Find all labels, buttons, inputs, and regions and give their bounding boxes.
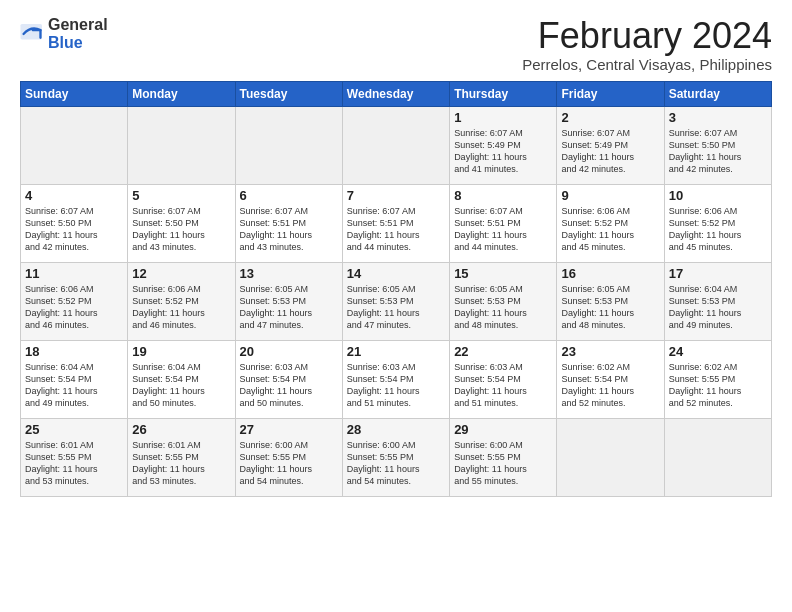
calendar-cell: 13Sunrise: 6:05 AM Sunset: 5:53 PM Dayli… (235, 262, 342, 340)
calendar-cell: 12Sunrise: 6:06 AM Sunset: 5:52 PM Dayli… (128, 262, 235, 340)
day-info: Sunrise: 6:07 AM Sunset: 5:50 PM Dayligh… (669, 127, 767, 176)
calendar-cell: 27Sunrise: 6:00 AM Sunset: 5:55 PM Dayli… (235, 418, 342, 496)
day-number: 17 (669, 266, 767, 281)
header: General Blue February 2024 Perrelos, Cen… (20, 16, 772, 73)
day-info: Sunrise: 6:04 AM Sunset: 5:53 PM Dayligh… (669, 283, 767, 332)
day-info: Sunrise: 6:02 AM Sunset: 5:54 PM Dayligh… (561, 361, 659, 410)
col-wednesday: Wednesday (342, 81, 449, 106)
day-info: Sunrise: 6:07 AM Sunset: 5:51 PM Dayligh… (240, 205, 338, 254)
calendar-cell: 10Sunrise: 6:06 AM Sunset: 5:52 PM Dayli… (664, 184, 771, 262)
day-info: Sunrise: 6:04 AM Sunset: 5:54 PM Dayligh… (132, 361, 230, 410)
calendar-cell: 7Sunrise: 6:07 AM Sunset: 5:51 PM Daylig… (342, 184, 449, 262)
calendar-cell: 20Sunrise: 6:03 AM Sunset: 5:54 PM Dayli… (235, 340, 342, 418)
day-number: 28 (347, 422, 445, 437)
week-row-4: 18Sunrise: 6:04 AM Sunset: 5:54 PM Dayli… (21, 340, 772, 418)
day-info: Sunrise: 6:03 AM Sunset: 5:54 PM Dayligh… (454, 361, 552, 410)
subtitle: Perrelos, Central Visayas, Philippines (522, 56, 772, 73)
calendar-cell: 24Sunrise: 6:02 AM Sunset: 5:55 PM Dayli… (664, 340, 771, 418)
day-number: 19 (132, 344, 230, 359)
day-info: Sunrise: 6:02 AM Sunset: 5:55 PM Dayligh… (669, 361, 767, 410)
day-number: 7 (347, 188, 445, 203)
day-number: 11 (25, 266, 123, 281)
calendar-table: Sunday Monday Tuesday Wednesday Thursday… (20, 81, 772, 497)
calendar-cell: 26Sunrise: 6:01 AM Sunset: 5:55 PM Dayli… (128, 418, 235, 496)
calendar-cell: 28Sunrise: 6:00 AM Sunset: 5:55 PM Dayli… (342, 418, 449, 496)
day-number: 8 (454, 188, 552, 203)
day-number: 6 (240, 188, 338, 203)
calendar-cell (664, 418, 771, 496)
day-number: 12 (132, 266, 230, 281)
day-number: 27 (240, 422, 338, 437)
logo-icon (20, 24, 44, 44)
day-info: Sunrise: 6:00 AM Sunset: 5:55 PM Dayligh… (240, 439, 338, 488)
day-number: 9 (561, 188, 659, 203)
calendar-header-row: Sunday Monday Tuesday Wednesday Thursday… (21, 81, 772, 106)
day-info: Sunrise: 6:01 AM Sunset: 5:55 PM Dayligh… (132, 439, 230, 488)
day-info: Sunrise: 6:07 AM Sunset: 5:49 PM Dayligh… (454, 127, 552, 176)
logo: General Blue (20, 16, 108, 52)
week-row-1: 1Sunrise: 6:07 AM Sunset: 5:49 PM Daylig… (21, 106, 772, 184)
day-info: Sunrise: 6:05 AM Sunset: 5:53 PM Dayligh… (454, 283, 552, 332)
day-number: 1 (454, 110, 552, 125)
calendar-cell: 14Sunrise: 6:05 AM Sunset: 5:53 PM Dayli… (342, 262, 449, 340)
day-info: Sunrise: 6:05 AM Sunset: 5:53 PM Dayligh… (347, 283, 445, 332)
day-number: 4 (25, 188, 123, 203)
day-number: 5 (132, 188, 230, 203)
day-info: Sunrise: 6:04 AM Sunset: 5:54 PM Dayligh… (25, 361, 123, 410)
day-info: Sunrise: 6:05 AM Sunset: 5:53 PM Dayligh… (561, 283, 659, 332)
svg-rect-0 (20, 24, 42, 39)
day-number: 24 (669, 344, 767, 359)
calendar-cell (235, 106, 342, 184)
calendar-cell: 11Sunrise: 6:06 AM Sunset: 5:52 PM Dayli… (21, 262, 128, 340)
week-row-2: 4Sunrise: 6:07 AM Sunset: 5:50 PM Daylig… (21, 184, 772, 262)
day-number: 2 (561, 110, 659, 125)
calendar-cell: 15Sunrise: 6:05 AM Sunset: 5:53 PM Dayli… (450, 262, 557, 340)
day-number: 13 (240, 266, 338, 281)
logo-general-text: General (48, 16, 108, 33)
day-info: Sunrise: 6:07 AM Sunset: 5:51 PM Dayligh… (454, 205, 552, 254)
day-info: Sunrise: 6:06 AM Sunset: 5:52 PM Dayligh… (561, 205, 659, 254)
calendar-cell (128, 106, 235, 184)
day-info: Sunrise: 6:06 AM Sunset: 5:52 PM Dayligh… (132, 283, 230, 332)
day-number: 20 (240, 344, 338, 359)
col-sunday: Sunday (21, 81, 128, 106)
calendar-cell: 9Sunrise: 6:06 AM Sunset: 5:52 PM Daylig… (557, 184, 664, 262)
calendar-cell: 29Sunrise: 6:00 AM Sunset: 5:55 PM Dayli… (450, 418, 557, 496)
day-number: 15 (454, 266, 552, 281)
calendar-cell (342, 106, 449, 184)
calendar-cell: 16Sunrise: 6:05 AM Sunset: 5:53 PM Dayli… (557, 262, 664, 340)
calendar-cell: 21Sunrise: 6:03 AM Sunset: 5:54 PM Dayli… (342, 340, 449, 418)
col-thursday: Thursday (450, 81, 557, 106)
main-title: February 2024 (522, 16, 772, 56)
calendar-cell: 18Sunrise: 6:04 AM Sunset: 5:54 PM Dayli… (21, 340, 128, 418)
col-tuesday: Tuesday (235, 81, 342, 106)
day-info: Sunrise: 6:03 AM Sunset: 5:54 PM Dayligh… (240, 361, 338, 410)
day-number: 21 (347, 344, 445, 359)
day-info: Sunrise: 6:06 AM Sunset: 5:52 PM Dayligh… (25, 283, 123, 332)
day-info: Sunrise: 6:00 AM Sunset: 5:55 PM Dayligh… (454, 439, 552, 488)
calendar-cell (557, 418, 664, 496)
page: General Blue February 2024 Perrelos, Cen… (0, 0, 792, 507)
day-info: Sunrise: 6:06 AM Sunset: 5:52 PM Dayligh… (669, 205, 767, 254)
day-number: 16 (561, 266, 659, 281)
calendar-cell: 8Sunrise: 6:07 AM Sunset: 5:51 PM Daylig… (450, 184, 557, 262)
calendar-cell: 5Sunrise: 6:07 AM Sunset: 5:50 PM Daylig… (128, 184, 235, 262)
calendar-cell: 23Sunrise: 6:02 AM Sunset: 5:54 PM Dayli… (557, 340, 664, 418)
day-info: Sunrise: 6:00 AM Sunset: 5:55 PM Dayligh… (347, 439, 445, 488)
day-number: 10 (669, 188, 767, 203)
day-info: Sunrise: 6:07 AM Sunset: 5:50 PM Dayligh… (25, 205, 123, 254)
calendar-cell: 2Sunrise: 6:07 AM Sunset: 5:49 PM Daylig… (557, 106, 664, 184)
day-number: 18 (25, 344, 123, 359)
calendar-cell: 22Sunrise: 6:03 AM Sunset: 5:54 PM Dayli… (450, 340, 557, 418)
day-number: 3 (669, 110, 767, 125)
col-friday: Friday (557, 81, 664, 106)
calendar-cell: 25Sunrise: 6:01 AM Sunset: 5:55 PM Dayli… (21, 418, 128, 496)
day-number: 29 (454, 422, 552, 437)
logo-blue-text: Blue (48, 34, 83, 51)
day-number: 22 (454, 344, 552, 359)
calendar-cell (21, 106, 128, 184)
week-row-5: 25Sunrise: 6:01 AM Sunset: 5:55 PM Dayli… (21, 418, 772, 496)
calendar-cell: 4Sunrise: 6:07 AM Sunset: 5:50 PM Daylig… (21, 184, 128, 262)
week-row-3: 11Sunrise: 6:06 AM Sunset: 5:52 PM Dayli… (21, 262, 772, 340)
day-number: 25 (25, 422, 123, 437)
